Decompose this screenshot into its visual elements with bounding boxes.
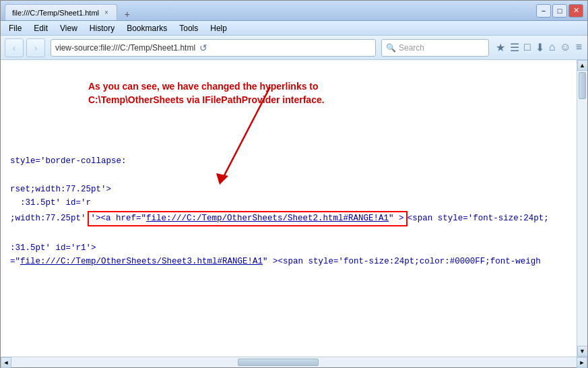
code-line-5: ;width:77.25pt' '><a href="file:///C:/Te… [10, 210, 567, 227]
active-tab[interactable]: file:///C:/Temp/Sheet1.html × [5, 4, 117, 20]
menu-edit[interactable]: Edit [28, 22, 53, 34]
menu-bookmarks[interactable]: Bookmarks [121, 22, 172, 34]
minimize-button[interactable]: − [536, 4, 551, 18]
menu-view[interactable]: View [55, 22, 83, 34]
maximize-button[interactable]: □ [552, 4, 567, 18]
code-display: style='border-collapse: rset;width:77.25… [1, 60, 577, 357]
scroll-track[interactable] [577, 71, 587, 346]
tab-close-button[interactable]: × [103, 9, 110, 16]
menubar: File Edit View History Bookmarks Tools H… [1, 21, 587, 36]
emoji-icon[interactable]: ☺ [558, 40, 572, 55]
content-area: As you can see, we have changed the hype… [1, 60, 587, 357]
scroll-thumb[interactable] [579, 72, 586, 99]
hscroll-track[interactable] [11, 357, 577, 367]
search-icon: 🔍 [386, 43, 396, 53]
window-controls: − □ ✕ [536, 4, 583, 18]
tab-title: file:///C:/Temp/Sheet1.html [12, 9, 99, 17]
forward-icon: › [34, 42, 38, 53]
navbar: ‹ › view-source:file:///C:/Temp/Sheet1.h… [1, 36, 587, 60]
code-line-8: ="file:///C:/Temp/OtherSheets/Sheet3.htm… [10, 255, 567, 269]
menu-history[interactable]: History [84, 22, 120, 34]
close-button[interactable]: ✕ [568, 4, 583, 18]
code-line-2 [10, 168, 567, 183]
scroll-right-button[interactable]: ► [577, 357, 587, 368]
source-content: As you can see, we have changed the hype… [1, 60, 577, 357]
scroll-left-button[interactable]: ◄ [1, 357, 11, 368]
menu-tools[interactable]: Tools [174, 22, 203, 34]
horizontal-scrollbar[interactable]: ◄ ► [1, 357, 587, 367]
scroll-up-button[interactable]: ▲ [577, 60, 588, 71]
back-icon: ‹ [13, 42, 16, 53]
pocket-icon[interactable]: □ [523, 40, 532, 55]
home-icon[interactable]: ⌂ [548, 40, 557, 55]
back-button[interactable]: ‹ [5, 38, 24, 57]
bookmark-star-icon[interactable]: ★ [494, 40, 507, 55]
code-line-6 [10, 227, 567, 241]
menu-help[interactable]: Help [205, 22, 232, 34]
tab-area: file:///C:/Temp/Sheet1.html × + [5, 1, 536, 20]
vertical-scrollbar[interactable]: ▲ ▼ [577, 60, 587, 357]
browser-window: file:///C:/Temp/Sheet1.html × + − □ ✕ Fi… [0, 0, 588, 368]
search-bar[interactable]: 🔍 Search [381, 39, 489, 57]
forward-button[interactable]: › [26, 38, 45, 57]
code-line-3: rset;width:77.25pt'> [10, 183, 567, 197]
menu-file[interactable]: File [3, 22, 27, 34]
reader-icon[interactable]: ☰ [509, 40, 521, 55]
nav-icons: ★ ☰ □ ⬇ ⌂ ☺ ≡ [494, 40, 583, 55]
code-line-4: :31.5pt' id='r [10, 196, 567, 210]
hscroll-thumb[interactable] [238, 359, 319, 366]
code-line-7: :31.5pt' id='r1'> [10, 241, 567, 255]
download-icon[interactable]: ⬇ [534, 40, 546, 55]
reload-button[interactable]: ↺ [199, 42, 207, 53]
address-text: view-source:file:///C:/Temp/Sheet1.html [55, 43, 195, 53]
search-placeholder: Search [399, 43, 424, 53]
titlebar: file:///C:/Temp/Sheet1.html × + − □ ✕ [1, 1, 587, 21]
address-bar[interactable]: view-source:file:///C:/Temp/Sheet1.html … [51, 39, 376, 57]
menu-icon[interactable]: ≡ [575, 40, 583, 55]
scroll-down-button[interactable]: ▼ [577, 346, 588, 357]
new-tab-button[interactable]: + [120, 8, 135, 20]
code-line-1: style='border-collapse: [10, 154, 567, 168]
